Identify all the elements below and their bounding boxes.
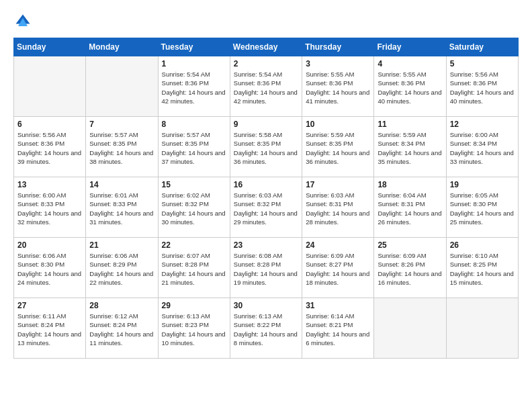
- calendar-cell: 16Sunrise: 6:03 AM Sunset: 8:32 PM Dayli…: [230, 177, 302, 238]
- calendar-cell: 4Sunrise: 5:55 AM Sunset: 8:36 PM Daylig…: [374, 56, 446, 117]
- day-info: Sunrise: 6:00 AM Sunset: 8:33 PM Dayligh…: [17, 191, 82, 226]
- day-info: Sunrise: 5:58 AM Sunset: 8:35 PM Dayligh…: [234, 130, 298, 166]
- day-number: 19: [450, 180, 515, 189]
- day-number: 16: [234, 180, 298, 189]
- day-number: 3: [306, 59, 370, 68]
- day-number: 25: [378, 240, 442, 250]
- day-info: Sunrise: 6:13 AM Sunset: 8:22 PM Dayligh…: [234, 312, 298, 347]
- calendar-cell: 31Sunrise: 6:14 AM Sunset: 8:21 PM Dayli…: [302, 298, 374, 359]
- day-number: 11: [378, 120, 442, 129]
- day-number: 30: [234, 301, 298, 310]
- day-number: 6: [17, 120, 82, 129]
- day-info: Sunrise: 6:13 AM Sunset: 8:23 PM Dayligh…: [162, 312, 226, 347]
- calendar-cell: 5Sunrise: 5:56 AM Sunset: 8:36 PM Daylig…: [446, 56, 518, 117]
- day-info: Sunrise: 6:01 AM Sunset: 8:33 PM Dayligh…: [89, 191, 154, 226]
- week-row-5: 27Sunrise: 6:11 AM Sunset: 8:24 PM Dayli…: [14, 298, 519, 359]
- calendar-cell: 10Sunrise: 5:59 AM Sunset: 8:35 PM Dayli…: [302, 117, 374, 177]
- day-info: Sunrise: 6:11 AM Sunset: 8:24 PM Dayligh…: [17, 312, 82, 347]
- day-info: Sunrise: 6:09 AM Sunset: 8:27 PM Dayligh…: [306, 251, 370, 287]
- calendar-cell: 9Sunrise: 5:58 AM Sunset: 8:35 PM Daylig…: [230, 117, 302, 177]
- calendar-cell: 29Sunrise: 6:13 AM Sunset: 8:23 PM Dayli…: [158, 298, 230, 359]
- day-number: 18: [378, 180, 442, 189]
- weekday-header-row: SundayMondayTuesdayWednesdayThursdayFrid…: [14, 38, 519, 56]
- day-info: Sunrise: 6:14 AM Sunset: 8:21 PM Dayligh…: [306, 312, 370, 347]
- calendar-cell: 28Sunrise: 6:12 AM Sunset: 8:24 PM Dayli…: [86, 298, 158, 359]
- calendar-cell: 26Sunrise: 6:10 AM Sunset: 8:25 PM Dayli…: [446, 238, 518, 298]
- day-number: 8: [162, 120, 226, 129]
- calendar-cell: [86, 56, 158, 117]
- day-number: 21: [89, 240, 154, 250]
- day-info: Sunrise: 5:57 AM Sunset: 8:35 PM Dayligh…: [89, 130, 154, 166]
- calendar-cell: 23Sunrise: 6:08 AM Sunset: 8:28 PM Dayli…: [230, 238, 302, 298]
- day-info: Sunrise: 5:54 AM Sunset: 8:36 PM Dayligh…: [234, 70, 298, 105]
- day-info: Sunrise: 5:57 AM Sunset: 8:35 PM Dayligh…: [162, 130, 226, 166]
- day-info: Sunrise: 6:07 AM Sunset: 8:28 PM Dayligh…: [162, 251, 226, 287]
- day-info: Sunrise: 6:04 AM Sunset: 8:31 PM Dayligh…: [378, 191, 442, 226]
- day-number: 10: [306, 120, 370, 129]
- calendar-cell: 30Sunrise: 6:13 AM Sunset: 8:22 PM Dayli…: [230, 298, 302, 359]
- weekday-header-thursday: Thursday: [302, 38, 374, 56]
- day-number: 9: [234, 120, 298, 129]
- calendar-cell: 11Sunrise: 5:59 AM Sunset: 8:34 PM Dayli…: [374, 117, 446, 177]
- weekday-header-wednesday: Wednesday: [230, 38, 302, 56]
- day-info: Sunrise: 6:10 AM Sunset: 8:25 PM Dayligh…: [450, 251, 515, 287]
- day-info: Sunrise: 6:05 AM Sunset: 8:30 PM Dayligh…: [450, 191, 515, 226]
- calendar-cell: 19Sunrise: 6:05 AM Sunset: 8:30 PM Dayli…: [446, 177, 518, 238]
- weekday-header-tuesday: Tuesday: [158, 38, 230, 56]
- day-info: Sunrise: 6:03 AM Sunset: 8:31 PM Dayligh…: [306, 191, 370, 226]
- day-info: Sunrise: 6:08 AM Sunset: 8:28 PM Dayligh…: [234, 251, 298, 287]
- calendar-table: SundayMondayTuesdayWednesdayThursdayFrid…: [13, 38, 519, 359]
- calendar-cell: [374, 298, 446, 359]
- day-number: 13: [17, 180, 82, 189]
- week-row-1: 1Sunrise: 5:54 AM Sunset: 8:36 PM Daylig…: [14, 56, 519, 117]
- day-number: 23: [234, 240, 298, 250]
- calendar-cell: 2Sunrise: 5:54 AM Sunset: 8:36 PM Daylig…: [230, 56, 302, 117]
- calendar-cell: 27Sunrise: 6:11 AM Sunset: 8:24 PM Dayli…: [14, 298, 86, 359]
- calendar-cell: 6Sunrise: 5:56 AM Sunset: 8:36 PM Daylig…: [14, 117, 86, 177]
- day-number: 24: [306, 240, 370, 250]
- day-number: 5: [450, 59, 515, 68]
- calendar-cell: 1Sunrise: 5:54 AM Sunset: 8:36 PM Daylig…: [158, 56, 230, 117]
- day-info: Sunrise: 6:06 AM Sunset: 8:29 PM Dayligh…: [89, 251, 154, 287]
- day-info: Sunrise: 5:59 AM Sunset: 8:34 PM Dayligh…: [378, 130, 442, 166]
- day-info: Sunrise: 6:09 AM Sunset: 8:26 PM Dayligh…: [378, 251, 442, 287]
- day-number: 28: [89, 301, 154, 310]
- weekday-header-sunday: Sunday: [14, 38, 86, 56]
- weekday-header-saturday: Saturday: [446, 38, 518, 56]
- calendar-cell: 8Sunrise: 5:57 AM Sunset: 8:35 PM Daylig…: [158, 117, 230, 177]
- day-number: 4: [378, 59, 442, 68]
- logo: [13, 12, 35, 31]
- calendar-cell: [14, 56, 86, 117]
- calendar-cell: 7Sunrise: 5:57 AM Sunset: 8:35 PM Daylig…: [86, 117, 158, 177]
- logo-icon: [13, 12, 32, 31]
- calendar-cell: 22Sunrise: 6:07 AM Sunset: 8:28 PM Dayli…: [158, 238, 230, 298]
- day-info: Sunrise: 5:55 AM Sunset: 8:36 PM Dayligh…: [378, 70, 442, 105]
- day-info: Sunrise: 6:12 AM Sunset: 8:24 PM Dayligh…: [89, 312, 154, 347]
- day-number: 14: [89, 180, 154, 189]
- day-number: 12: [450, 120, 515, 129]
- calendar-cell: 21Sunrise: 6:06 AM Sunset: 8:29 PM Dayli…: [86, 238, 158, 298]
- day-info: Sunrise: 5:56 AM Sunset: 8:36 PM Dayligh…: [17, 130, 82, 166]
- day-number: 31: [306, 301, 370, 310]
- week-row-3: 13Sunrise: 6:00 AM Sunset: 8:33 PM Dayli…: [14, 177, 519, 238]
- day-info: Sunrise: 5:55 AM Sunset: 8:36 PM Dayligh…: [306, 70, 370, 105]
- day-number: 22: [162, 240, 226, 250]
- calendar-cell: 13Sunrise: 6:00 AM Sunset: 8:33 PM Dayli…: [14, 177, 86, 238]
- calendar-cell: 17Sunrise: 6:03 AM Sunset: 8:31 PM Dayli…: [302, 177, 374, 238]
- calendar-cell: 20Sunrise: 6:06 AM Sunset: 8:30 PM Dayli…: [14, 238, 86, 298]
- weekday-header-monday: Monday: [86, 38, 158, 56]
- weekday-header-friday: Friday: [374, 38, 446, 56]
- day-number: 1: [162, 59, 226, 68]
- header: [13, 12, 519, 31]
- day-info: Sunrise: 5:59 AM Sunset: 8:35 PM Dayligh…: [306, 130, 370, 166]
- calendar-cell: [446, 298, 518, 359]
- day-info: Sunrise: 6:02 AM Sunset: 8:32 PM Dayligh…: [162, 191, 226, 226]
- day-number: 26: [450, 240, 515, 250]
- week-row-4: 20Sunrise: 6:06 AM Sunset: 8:30 PM Dayli…: [14, 238, 519, 298]
- day-number: 27: [17, 301, 82, 310]
- calendar-cell: 3Sunrise: 5:55 AM Sunset: 8:36 PM Daylig…: [302, 56, 374, 117]
- day-number: 2: [234, 59, 298, 68]
- day-info: Sunrise: 6:03 AM Sunset: 8:32 PM Dayligh…: [234, 191, 298, 226]
- day-number: 15: [162, 180, 226, 189]
- calendar-cell: 25Sunrise: 6:09 AM Sunset: 8:26 PM Dayli…: [374, 238, 446, 298]
